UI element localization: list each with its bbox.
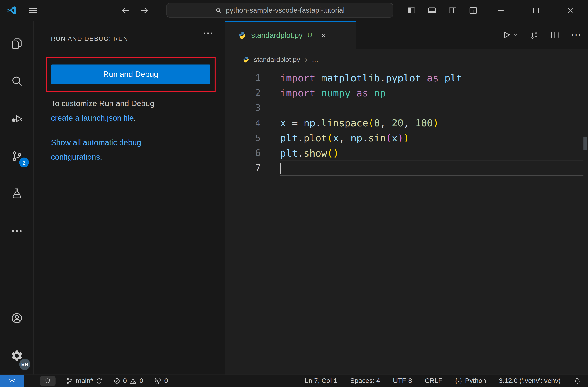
title-bar: python-sample-vscode-fastapi-tutorial [0, 0, 588, 21]
shield-icon [44, 377, 51, 384]
tab-close-icon[interactable] [320, 32, 327, 39]
account-icon [10, 312, 23, 324]
git-status-badge: U [308, 32, 312, 39]
radio-tower-icon [154, 377, 162, 385]
code-line[interactable]: 6plt.show() [225, 146, 588, 161]
status-bar: main* 0 0 0 [0, 374, 588, 387]
code-line[interactable]: 2import numpy as np [225, 86, 588, 101]
run-and-debug-sidebar: RUN AND DEBUG: RUN ⋯ Run and Debug To cu… [34, 21, 225, 375]
ports-status[interactable]: 0 [154, 377, 168, 385]
tab-standardplot[interactable]: standardplot.py U [225, 21, 356, 49]
encoding-status[interactable]: UTF-8 [393, 377, 412, 385]
code-line-content[interactable]: import numpy as np [280, 86, 584, 101]
code-line-content[interactable]: import matplotlib.pyplot as plt [280, 70, 584, 86]
remote-indicator[interactable] [0, 375, 24, 387]
code-line[interactable]: 5plt.plot(x, np.sin(x)) [225, 130, 588, 145]
line-number: 5 [225, 130, 261, 145]
run-icon [501, 30, 511, 40]
sidebar-item-testing[interactable] [0, 175, 33, 212]
line-number: 4 [225, 115, 261, 130]
git-branch-status[interactable]: main* [66, 377, 103, 385]
editor-group: standardplot.py U [225, 21, 588, 375]
open-changes-icon[interactable] [529, 30, 539, 40]
customize-hint-text: To customize Run and Debug [51, 99, 154, 108]
python-interpreter-status[interactable]: 3.12.0 ('.venv': venv) [499, 377, 561, 385]
sidebar-item-search[interactable] [0, 62, 33, 100]
braces-icon: {•} [455, 377, 462, 385]
code-line-content[interactable]: plt.plot(x, np.sin(x)) [280, 130, 584, 145]
testing-beaker-icon [10, 187, 23, 200]
indentation-status[interactable]: Spaces: 4 [350, 377, 380, 385]
code-line-content[interactable]: plt.show() [280, 146, 584, 161]
code-line-content[interactable]: x = np.linspace(0, 20, 100) [280, 115, 584, 130]
tab-label: standardplot.py [251, 31, 302, 40]
cursor-position-status[interactable]: Ln 7, Col 1 [305, 377, 337, 385]
code-line[interactable]: 3 [225, 101, 588, 115]
scrollbar-decoration[interactable] [584, 137, 587, 150]
run-python-file-button[interactable] [501, 30, 518, 40]
search-sidebar-icon [10, 75, 23, 87]
run-and-debug-icon [10, 112, 23, 125]
breadcrumb-symbol-ellipsis[interactable]: … [312, 56, 319, 64]
back-arrow-icon[interactable] [121, 5, 130, 15]
launch-json-link[interactable]: create a launch.json file [51, 114, 134, 122]
code-editor[interactable]: 1import matplotlib.pyplot as plt2import … [225, 70, 588, 374]
forward-arrow-icon[interactable] [139, 5, 149, 15]
customize-hint-period: . [134, 114, 136, 122]
code-line[interactable]: 1import matplotlib.pyplot as plt [225, 70, 588, 86]
code-line-content[interactable] [280, 101, 584, 115]
source-control-badge: 2 [19, 158, 29, 167]
breadcrumb: standardplot.py › … [225, 49, 588, 70]
maximize-button[interactable] [518, 0, 553, 21]
search-icon [215, 7, 222, 14]
line-number: 6 [225, 146, 261, 161]
more-views-icon [10, 225, 23, 237]
warning-count: 0 [139, 377, 143, 385]
close-button[interactable] [553, 0, 588, 21]
errors-icon [113, 377, 120, 385]
accounts-button[interactable] [0, 300, 33, 337]
show-auto-configs-link[interactable]: Show all automatic debug configurations [51, 138, 141, 162]
code-line-content[interactable] [280, 161, 584, 175]
settings-button[interactable]: BR [0, 337, 33, 374]
line-number: 2 [225, 86, 261, 101]
profile-badge: BR [19, 359, 30, 370]
customize-layout-icon[interactable] [463, 0, 483, 21]
notifications-bell-icon[interactable] [573, 377, 581, 385]
run-and-debug-button[interactable]: Run and Debug [51, 64, 210, 84]
sidebar-title: RUN AND DEBUG: RUN [51, 35, 128, 42]
python-file-icon [238, 31, 246, 39]
toggle-panel-icon[interactable] [421, 0, 442, 21]
sidebar-item-explorer[interactable] [0, 25, 33, 62]
eol-status[interactable]: CRLF [425, 377, 442, 385]
split-editor-icon[interactable] [550, 30, 559, 40]
sync-icon [96, 377, 103, 385]
vscode-window: python-sample-vscode-fastapi-tutorial [0, 0, 588, 387]
auto-configs-hint: Show all automatic debug configurations. [51, 135, 178, 164]
sidebar-more-actions-icon[interactable]: ⋯ [203, 26, 214, 40]
toggle-sidebar-icon[interactable] [401, 0, 421, 21]
problems-status[interactable]: 0 0 [113, 377, 143, 385]
sidebar-item-source-control[interactable]: 2 [0, 137, 33, 175]
run-dropdown-chevron-icon[interactable] [513, 32, 518, 38]
workspace-trust-button[interactable] [40, 376, 55, 386]
code-line[interactable]: 7 [225, 161, 588, 175]
breadcrumb-file[interactable]: standardplot.py [254, 56, 300, 64]
command-center-search[interactable]: python-sample-vscode-fastapi-tutorial [167, 3, 393, 18]
code-line[interactable]: 4x = np.linspace(0, 20, 100) [225, 115, 588, 130]
branch-name: main* [76, 377, 93, 385]
ports-count: 0 [164, 377, 168, 385]
sidebar-item-more[interactable] [0, 212, 33, 250]
tab-bar: standardplot.py U [225, 21, 588, 49]
minimize-button[interactable] [483, 0, 518, 21]
language-status[interactable]: {•} Python [455, 377, 486, 385]
menu-icon[interactable] [28, 5, 38, 15]
vscode-logo-icon [7, 5, 17, 15]
sidebar-item-run-and-debug[interactable] [0, 100, 33, 137]
toggle-secondary-sidebar-icon[interactable] [442, 0, 463, 21]
error-count: 0 [123, 377, 127, 385]
editor-more-actions-icon[interactable]: ⋯ [571, 30, 581, 40]
language-name: Python [465, 377, 486, 385]
python-file-icon-small [243, 56, 250, 63]
branch-icon [66, 377, 73, 385]
